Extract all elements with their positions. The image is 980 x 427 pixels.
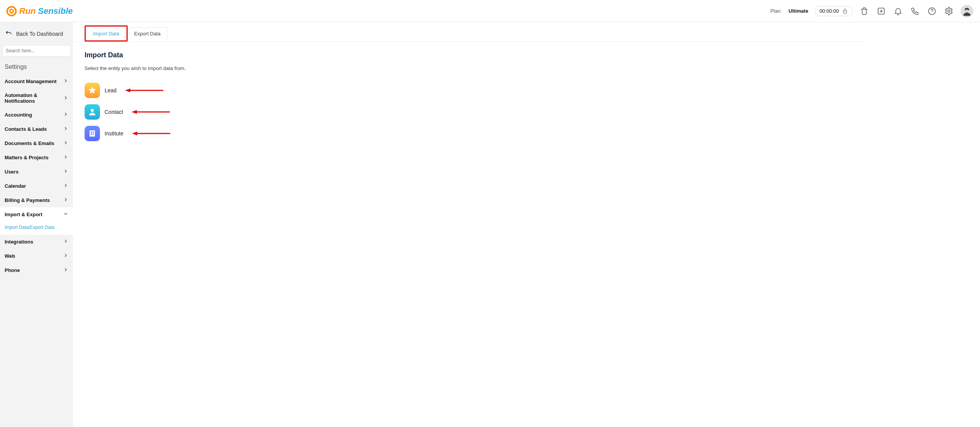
nav-contacts-leads[interactable]: Contacts & Leads: [0, 122, 73, 136]
settings-heading: Settings: [0, 60, 73, 74]
svg-point-12: [91, 109, 94, 112]
bell-icon[interactable]: [893, 6, 903, 16]
nav-documents-emails[interactable]: Documents & Emails: [0, 136, 73, 150]
nav-label: Integrations: [5, 239, 33, 245]
nav-users[interactable]: Users: [0, 165, 73, 179]
svg-marker-21: [132, 132, 137, 135]
phone-icon[interactable]: [910, 6, 920, 16]
timer-value: 00:00:00: [819, 8, 839, 14]
page-title: Import Data: [85, 51, 557, 59]
plan-value: Ultimate: [789, 8, 808, 14]
chevron-right-icon: [63, 95, 68, 102]
entity-institute[interactable]: Institute: [85, 123, 557, 144]
nav-integrations[interactable]: Integrations: [0, 235, 73, 249]
plan-label: Plan:: [770, 8, 782, 14]
nav-automation-notifications[interactable]: Automation & Notifications: [0, 88, 73, 108]
chevron-right-icon: [63, 253, 68, 259]
chevron-right-icon: [63, 197, 68, 203]
settings-nav: Account Management Automation & Notifica…: [0, 74, 73, 277]
chevron-right-icon: [63, 112, 68, 118]
back-label: Back To Dashboard: [16, 31, 63, 37]
entity-label: Contact: [105, 109, 123, 115]
svg-rect-17: [93, 132, 94, 133]
help-icon[interactable]: [927, 6, 937, 16]
nav-label: Billing & Payments: [5, 197, 50, 203]
add-note-icon[interactable]: [876, 6, 886, 16]
entity-label: Institute: [105, 130, 123, 137]
nav-label: Import & Export: [5, 212, 42, 217]
svg-rect-16: [91, 132, 92, 133]
nav-calendar[interactable]: Calendar: [0, 179, 73, 193]
chevron-right-icon: [63, 183, 68, 189]
annotation-highlight: Import Data: [85, 25, 128, 42]
nav-sub-import-export[interactable]: Import Data/Export Data: [0, 222, 73, 235]
nav-web[interactable]: Web: [0, 249, 73, 263]
back-icon: [5, 29, 12, 38]
svg-point-7: [948, 10, 950, 12]
nav-billing-payments[interactable]: Billing & Payments: [0, 193, 73, 207]
logo-icon: [6, 6, 17, 17]
search-input[interactable]: [2, 45, 71, 57]
svg-marker-14: [131, 110, 137, 114]
nav-label: Web: [5, 253, 15, 259]
chevron-right-icon: [63, 126, 68, 132]
entity-lead[interactable]: Lead: [85, 80, 557, 101]
nav-label: Matters & Projects: [5, 155, 48, 160]
timer[interactable]: 00:00:00: [815, 6, 852, 16]
annotation-arrow-icon: [125, 88, 163, 93]
nav-import-export[interactable]: Import & Export: [0, 207, 73, 222]
chevron-down-icon: [63, 211, 68, 218]
gear-icon[interactable]: [944, 6, 954, 16]
entity-contact[interactable]: Contact: [85, 101, 557, 123]
chevron-right-icon: [63, 78, 68, 85]
star-icon: [85, 83, 100, 98]
nav-label: Documents & Emails: [5, 140, 54, 146]
nav-label: Calendar: [5, 183, 26, 189]
main-content: Import Data Export Data Import Data Sele…: [73, 22, 980, 427]
svg-rect-19: [93, 133, 94, 135]
logo-word2: Sensible: [38, 6, 73, 16]
building-icon: [85, 126, 100, 141]
tab-export-data[interactable]: Export Data: [128, 27, 167, 40]
nav-label: Accounting: [5, 112, 32, 118]
chevron-right-icon: [63, 267, 68, 274]
settings-sidebar: Back To Dashboard Settings Account Manag…: [0, 22, 73, 427]
svg-rect-18: [91, 133, 92, 135]
nav-label: Users: [5, 169, 18, 175]
user-avatar[interactable]: [961, 5, 973, 17]
svg-rect-15: [90, 130, 95, 137]
tab-import-data[interactable]: Import Data: [87, 27, 126, 40]
chevron-right-icon: [63, 168, 68, 175]
trash-icon[interactable]: [859, 6, 869, 16]
nav-matters-projects[interactable]: Matters & Projects: [0, 150, 73, 165]
sidebar-search: [2, 45, 71, 57]
app-logo[interactable]: RunSensible: [6, 6, 73, 17]
nav-phone[interactable]: Phone: [0, 263, 73, 277]
annotation-arrow-icon: [132, 131, 170, 136]
chevron-right-icon: [63, 239, 68, 245]
person-icon: [85, 104, 100, 120]
annotation-arrow-icon: [131, 110, 170, 114]
chevron-right-icon: [63, 154, 68, 161]
nav-account-management[interactable]: Account Management: [0, 74, 73, 88]
nav-label: Phone: [5, 267, 20, 273]
nav-label: Contacts & Leads: [5, 126, 47, 132]
plan-indicator: Plan: Ultimate: [770, 8, 809, 14]
app-header: RunSensible Plan: Ultimate 00:00:00: [0, 0, 980, 22]
back-to-dashboard[interactable]: Back To Dashboard: [0, 24, 73, 43]
svg-point-3: [10, 10, 13, 12]
logo-word1: Run: [19, 6, 36, 16]
header-right: Plan: Ultimate 00:00:00: [770, 5, 973, 17]
svg-marker-11: [125, 88, 130, 92]
entity-label: Lead: [105, 87, 116, 93]
tabs-row: Import Data Export Data: [73, 22, 865, 42]
stopwatch-icon: [842, 8, 848, 14]
nav-label: Account Management: [5, 78, 57, 84]
chevron-right-icon: [63, 140, 68, 147]
nav-label: Automation & Notifications: [5, 92, 63, 104]
page-subtitle: Select the entity you wish to import dat…: [85, 65, 557, 71]
nav-accounting[interactable]: Accounting: [0, 108, 73, 122]
